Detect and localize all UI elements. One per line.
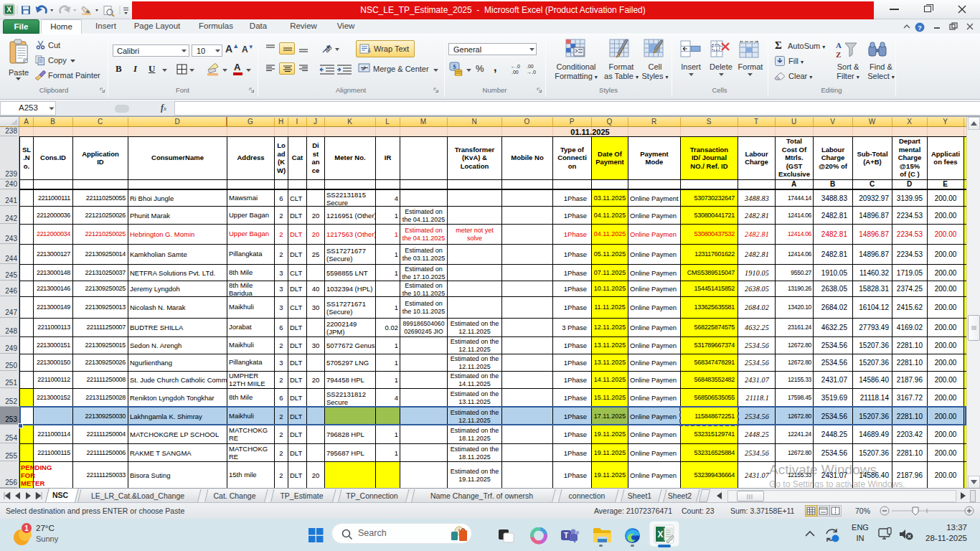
svg-text:ab: ab	[323, 44, 333, 54]
svg-text:a: a	[362, 66, 364, 71]
svg-text:1: 1	[24, 524, 29, 532]
svg-text:.00: .00	[527, 64, 534, 69]
svg-text:Z: Z	[836, 50, 841, 59]
svg-text:A: A	[836, 41, 842, 50]
svg-text:←.0: ←.0	[511, 64, 520, 69]
svg-text:X: X	[657, 529, 663, 540]
svg-text:$: $	[453, 63, 456, 70]
svg-text:X: X	[6, 6, 11, 14]
svg-text:.00: .00	[512, 70, 519, 75]
svg-text:→.0: →.0	[527, 70, 536, 75]
svg-text:T: T	[564, 532, 568, 540]
svg-text:?: ?	[918, 24, 922, 32]
